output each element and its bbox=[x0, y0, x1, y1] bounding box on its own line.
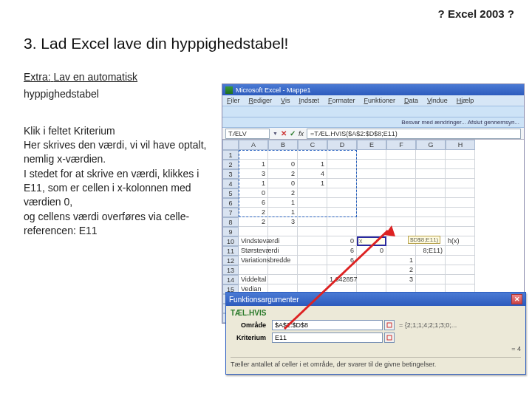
row-header[interactable]: 6 bbox=[222, 198, 239, 208]
cell[interactable] bbox=[298, 265, 327, 275]
cell[interactable] bbox=[446, 217, 475, 227]
cell[interactable] bbox=[357, 198, 386, 208]
cell[interactable] bbox=[357, 265, 386, 275]
cell[interactable] bbox=[386, 246, 416, 256]
cell[interactable] bbox=[386, 217, 416, 227]
formula-bar[interactable]: TÆLV ▼ ✕ ✓ fx =TÆL.HVIS($A$2:$D$8;E11) bbox=[222, 128, 524, 140]
cell[interactable]: Størsteværdi bbox=[239, 246, 268, 256]
standard-toolbar[interactable] bbox=[222, 106, 524, 117]
cell[interactable] bbox=[446, 188, 475, 198]
row-header[interactable]: 1 bbox=[222, 150, 239, 160]
menu-item[interactable]: Vis bbox=[281, 97, 290, 104]
cell[interactable] bbox=[357, 256, 386, 265]
cell[interactable] bbox=[386, 160, 416, 169]
cell[interactable] bbox=[446, 246, 475, 256]
range-picker-icon[interactable] bbox=[384, 320, 395, 330]
row-header[interactable]: 4 bbox=[222, 179, 239, 188]
cell[interactable]: 6 bbox=[327, 256, 357, 265]
cell[interactable] bbox=[416, 208, 446, 217]
cell[interactable] bbox=[357, 208, 386, 217]
range-picker-icon[interactable] bbox=[384, 332, 395, 343]
cell[interactable] bbox=[239, 265, 268, 275]
menu-bar[interactable]: FilerRedigerVisIndsætFormaterFunktionerD… bbox=[222, 95, 524, 106]
cell[interactable]: 2 bbox=[239, 217, 268, 227]
formula-input[interactable]: =TÆL.HVIS($A$2:$D$8;E11) bbox=[307, 129, 521, 139]
cell[interactable] bbox=[446, 150, 475, 160]
cell[interactable] bbox=[416, 169, 446, 179]
menu-item[interactable]: Rediger bbox=[249, 97, 273, 104]
close-icon[interactable]: ✕ bbox=[511, 294, 522, 304]
name-box[interactable]: TÆLV bbox=[225, 129, 270, 139]
column-header[interactable]: E bbox=[357, 140, 386, 150]
column-header[interactable]: G bbox=[416, 140, 446, 150]
menu-item[interactable]: Indsæt bbox=[299, 97, 319, 104]
row-header[interactable]: 12 bbox=[222, 256, 239, 265]
cell[interactable] bbox=[298, 246, 327, 256]
cell[interactable]: 3 bbox=[386, 275, 416, 284]
cell[interactable] bbox=[268, 265, 298, 275]
dialog-titlebar[interactable]: Funktionsargumenter ✕ bbox=[226, 293, 525, 306]
cell[interactable]: 8;E11) bbox=[416, 246, 446, 256]
cell[interactable] bbox=[239, 227, 268, 236]
row-header[interactable]: 8 bbox=[222, 217, 239, 227]
cell[interactable] bbox=[416, 217, 446, 227]
cell[interactable] bbox=[446, 179, 475, 188]
menu-item[interactable]: Data bbox=[404, 97, 418, 104]
cell[interactable]: 1,642857 bbox=[327, 275, 357, 284]
menu-item[interactable]: Hjælp bbox=[457, 97, 474, 104]
cell[interactable]: Viddeltal bbox=[239, 275, 268, 284]
cell[interactable] bbox=[416, 198, 446, 208]
cell[interactable]: Variationsbredde bbox=[239, 256, 268, 265]
cell[interactable]: 2 bbox=[386, 265, 416, 275]
selected-cell-e11[interactable] bbox=[357, 236, 386, 246]
field-input[interactable]: E11 bbox=[272, 332, 383, 343]
cell[interactable] bbox=[327, 227, 357, 236]
cell[interactable] bbox=[298, 275, 327, 284]
column-header[interactable]: H bbox=[446, 140, 475, 150]
cell[interactable] bbox=[446, 227, 475, 236]
menu-item[interactable]: Filer bbox=[227, 97, 240, 104]
cell[interactable] bbox=[416, 179, 446, 188]
cell[interactable] bbox=[357, 150, 386, 160]
cell[interactable]: 0 bbox=[357, 246, 386, 256]
cell[interactable] bbox=[386, 179, 416, 188]
cell[interactable] bbox=[446, 208, 475, 217]
column-header[interactable]: A bbox=[239, 140, 268, 150]
cell[interactable] bbox=[416, 188, 446, 198]
cell[interactable] bbox=[416, 256, 446, 265]
cell[interactable]: 0 bbox=[327, 236, 357, 246]
cell[interactable] bbox=[298, 236, 327, 246]
cell[interactable] bbox=[357, 227, 386, 236]
chevron-down-icon[interactable]: ▼ bbox=[273, 131, 278, 136]
cell[interactable] bbox=[446, 265, 475, 275]
row-header[interactable]: 2 bbox=[222, 160, 239, 169]
field-input[interactable]: $A$2:$D$8 bbox=[272, 320, 383, 330]
cell[interactable] bbox=[386, 169, 416, 179]
cell[interactable] bbox=[357, 179, 386, 188]
column-header[interactable]: B bbox=[268, 140, 298, 150]
cell[interactable] bbox=[268, 227, 298, 236]
cell[interactable]: 3 bbox=[268, 217, 298, 227]
cell[interactable] bbox=[357, 275, 386, 284]
cell[interactable] bbox=[357, 169, 386, 179]
cell[interactable] bbox=[298, 256, 327, 265]
cell[interactable] bbox=[327, 265, 357, 275]
cell[interactable]: h(x) bbox=[446, 236, 475, 246]
column-header[interactable]: C bbox=[298, 140, 327, 150]
cell[interactable] bbox=[268, 246, 298, 256]
cell[interactable] bbox=[298, 227, 327, 236]
cell[interactable]: 1 bbox=[386, 256, 416, 265]
row-header[interactable]: 9 bbox=[222, 227, 239, 236]
cell[interactable] bbox=[416, 150, 446, 160]
cell[interactable] bbox=[268, 275, 298, 284]
cell[interactable] bbox=[386, 188, 416, 198]
menu-item[interactable]: Formater bbox=[328, 97, 355, 104]
cell[interactable] bbox=[357, 188, 386, 198]
cell[interactable] bbox=[416, 265, 446, 275]
cell[interactable] bbox=[446, 256, 475, 265]
enter-icon[interactable]: ✓ bbox=[290, 129, 296, 137]
cell[interactable] bbox=[416, 275, 446, 284]
fx-icon[interactable]: fx bbox=[299, 130, 304, 137]
cell[interactable] bbox=[268, 256, 298, 265]
cell[interactable] bbox=[446, 160, 475, 169]
